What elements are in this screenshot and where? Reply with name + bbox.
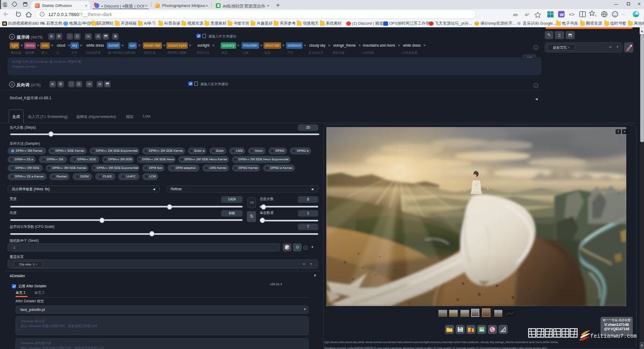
svg-text:W: W (560, 12, 564, 17)
svg-text:<>: <> (569, 12, 575, 17)
svg-text:+: + (595, 14, 597, 18)
svg-text:A²: A² (525, 12, 529, 17)
svg-text:...: ... (621, 11, 625, 16)
svg-text:ab: ab (513, 12, 518, 17)
